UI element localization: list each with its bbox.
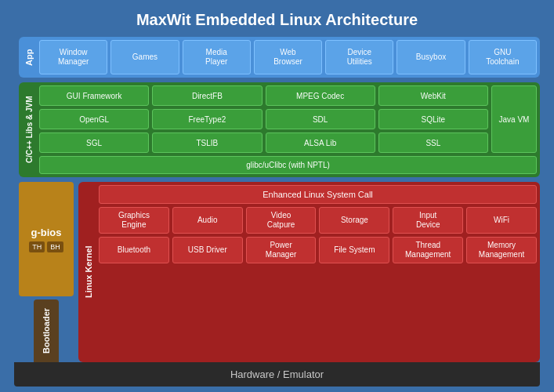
architecture-diagram: App WindowManager Games MediaPlayer WebB… [19,37,540,362]
badge-th: TH [29,241,45,252]
lib-javavm: Java VM [491,85,537,153]
app-item-media-player: MediaPlayer [183,40,251,74]
app-item-device-utilities: DeviceUtilities [325,40,393,74]
kernel-graphics-engine: GraphicsEngine [99,207,169,234]
libs-content: GUI Framework DirectFB MPEG Codec WebKit… [39,85,537,174]
lib-sdl: SDL [266,109,375,129]
kernel-video-capture: VideoCatpure [246,207,317,234]
kernel-row2: Bluetooth USB Driver PowerManager File S… [99,237,537,263]
kernel-file-system: File System [319,237,389,263]
lib-directfb: DirectFB [152,85,262,106]
lib-mpeg-codec: MPEG Codec [266,85,375,106]
lib-alsa-lib: ALSA Lib [266,132,375,153]
lib-glibc: glibc/uClibc (with NPTL) [39,156,537,174]
kernel-wifi: WiFi [466,207,537,234]
lib-sqlite: SQLite [378,109,488,129]
lib-ssl: SSL [378,132,488,153]
kernel-memory-mgmt: MemoryManagement [466,237,537,263]
kernel-usb-driver: USB Driver [172,237,243,263]
app-item-games: Games [110,40,179,74]
kernel-power-manager: PowerManager [246,237,317,263]
lib-gui-framework: GUI Framework [39,85,149,106]
bootloader-section: g-bios TH BH Bootloader [19,182,74,362]
libs-layer: C/C++ Libs & JVM GUI Framework DirectFB … [19,82,540,177]
kernel-layer: Linux Kernel Enhanced Linux System Call … [78,182,540,362]
lib-sgl: SGL [39,132,149,153]
kernel-row1: GraphicsEngine Audio VideoCatpure Storag… [99,207,537,234]
lib-opengl: OpenGL [39,109,149,129]
app-item-window-manager: WindowManager [39,40,107,74]
gbios-label: g-bios [31,227,62,238]
kernel-audio: Audio [172,207,243,234]
app-layer-label: App [22,40,36,74]
app-item-web-browser: WebBrowser [254,40,322,74]
kernel-bootloader-row: g-bios TH BH Bootloader Linux Kernel Enh… [19,182,540,362]
kernel-storage: Storage [319,207,389,234]
gbios-block: g-bios TH BH [19,182,74,296]
lib-tslib: TSLIB [152,132,262,153]
app-layer: App WindowManager Games MediaPlayer WebB… [19,37,540,78]
badge-bh: BH [47,241,63,252]
kernel-input-device: InputDevice [393,207,463,234]
app-items: WindowManager Games MediaPlayer WebBrows… [39,40,537,74]
hardware-bar: Hardware / Emulator [14,362,540,387]
kernel-title: Enhanced Linux System Call [99,185,537,204]
lib-freetype2: FreeType2 [152,109,262,129]
kernel-content: Enhanced Linux System Call GraphicsEngin… [99,185,537,359]
lib-webkit: WebKit [378,85,488,106]
app-item-gnu-toolchain: GNUToolchain [469,40,537,74]
page-title: MaxWit Embedded Linux Architecture [0,0,554,37]
libs-layer-label: C/C++ Libs & JVM [22,85,36,174]
kernel-bluetooth: Bluetooth [99,237,169,263]
kernel-thread-mgmt: ThreadManagement [393,237,463,263]
kernel-layer-label: Linux Kernel [81,185,96,359]
bootloader-label: Bootloader [34,299,59,362]
app-item-busybox: Busybox [396,40,465,74]
